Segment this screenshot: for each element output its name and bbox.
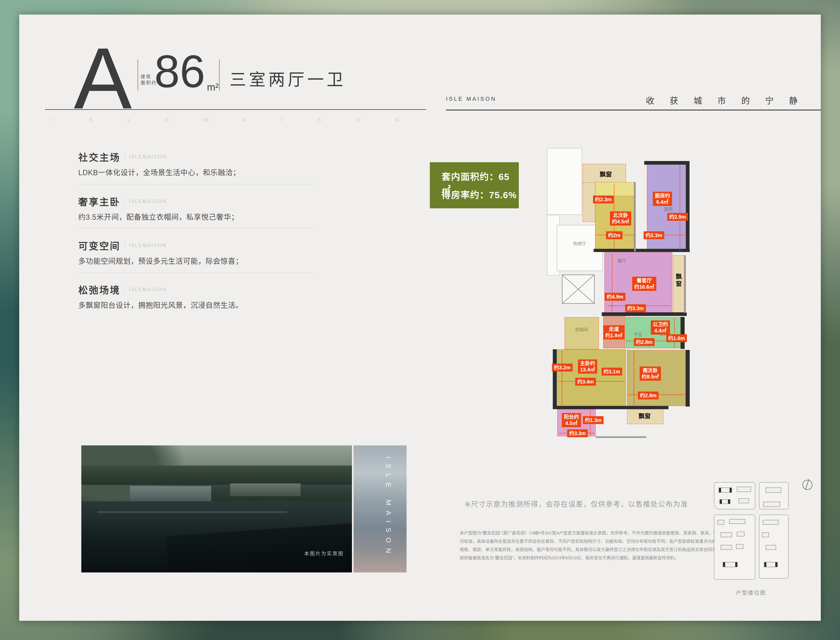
- feature-divider: [78, 272, 315, 273]
- dim-line: [680, 165, 680, 250]
- siteplan-parcel: [714, 482, 755, 509]
- dim-text: 约3.1m: [603, 368, 620, 375]
- room-label-master-bedroom: 主卧约13.4㎡: [578, 360, 597, 374]
- dim-text: 约2m: [608, 232, 620, 238]
- dim-label: 约3.1m: [602, 368, 622, 376]
- header-rule-right: [446, 110, 821, 110]
- dim-text: 走道: [605, 326, 622, 332]
- slogan-text: 收获城市的宁静: [646, 94, 813, 106]
- stat-efficiency: 得房率约：75.6%: [442, 188, 517, 201]
- window-mullion: [684, 255, 686, 313]
- dim-label: 约1.6m: [666, 334, 687, 342]
- room-text-kitchen: 厨房: [664, 205, 673, 212]
- dim-text: 约1.6m: [668, 335, 685, 341]
- wall-light: [596, 436, 646, 438]
- dim-text: 南次卧: [642, 367, 659, 374]
- siteplan-building-highlighted: [720, 499, 730, 504]
- area-value: 86: [154, 48, 205, 94]
- plan-type-letter: A: [74, 35, 130, 122]
- feature-brand-tag: ISLEMAISON: [125, 243, 166, 248]
- dim-text: 北次卧: [612, 212, 629, 218]
- siteplan-building: [766, 545, 776, 550]
- dim-line: [674, 318, 675, 348]
- dim-text: 约2.3m: [646, 232, 662, 238]
- siteplan-building: [763, 520, 779, 525]
- feature-title: 可变空间: [78, 238, 120, 252]
- dim-text: 约3.2m: [554, 365, 571, 371]
- wall: [594, 249, 690, 252]
- dim-text: 约3.4m: [577, 379, 594, 385]
- feature-brand-tag: ISLEMAISON: [125, 198, 166, 204]
- dim-label: 约3.3m: [625, 304, 646, 312]
- room-text-elevator-hall: 电梯厅: [573, 240, 586, 246]
- dim-text: 约3.3m: [627, 305, 644, 312]
- siteplan-caption: 户型楼位图: [721, 589, 781, 596]
- dim-line: [612, 254, 613, 311]
- area-prefix-line1: 建筑: [141, 74, 152, 79]
- header-rule-left: [45, 109, 426, 110]
- legal-line: 本户型图为“麓岛花园”（原广宸名邸）13幢9号301室A户型官方披露标准示意图，…: [460, 531, 739, 535]
- dim-line: [634, 351, 634, 405]
- siteplan-building: [763, 502, 780, 507]
- photo-planter: [230, 483, 301, 496]
- dim-label: 约2.8m: [634, 338, 654, 346]
- dim-label: 约3.2m: [552, 364, 573, 371]
- feature-title: 奢享主卧: [78, 194, 120, 208]
- divider-vertical-1: [138, 59, 138, 91]
- room-north-bedroom-head: [595, 182, 634, 196]
- wall: [602, 312, 687, 316]
- wall: [644, 161, 689, 165]
- siteplan-building: [721, 533, 732, 537]
- siteplan-building: [737, 531, 744, 536]
- elevator-shaft: [562, 275, 595, 304]
- photo-hedge: [81, 466, 352, 485]
- photo-water-glint: [98, 512, 287, 512]
- dim-text: 公卫约: [653, 321, 668, 328]
- wall: [686, 350, 690, 406]
- dim-text: 4.4㎡: [653, 328, 668, 334]
- dim-text: 约4.5㎡: [612, 218, 629, 225]
- feature-block-3-title-row: 可变空间 ISLEMAISON: [78, 238, 166, 252]
- brand-name: ISLE MAISON: [446, 96, 496, 102]
- siteplan-building: [762, 533, 769, 537]
- room-label-corridor: 走道约1.9㎡: [603, 325, 625, 339]
- wall: [686, 161, 690, 252]
- landscape-photo: 本图片为实景图: [81, 445, 352, 573]
- bay-window-label: 飘窗: [600, 169, 612, 178]
- glass-brand-vertical-text: ISLE MAISON: [384, 456, 392, 558]
- neighbor-outline: [547, 148, 582, 215]
- room-closet: [565, 317, 599, 349]
- room-text-dry-zone: 干区: [634, 331, 643, 338]
- dim-text: 13.4㎡: [580, 366, 595, 373]
- siteplan-building-highlighted: [723, 562, 738, 567]
- dim-text: 约2.8m: [636, 339, 653, 345]
- feature-brand-tag: ISLEMAISON: [125, 286, 166, 292]
- dim-label: 约1.3m: [583, 416, 603, 424]
- dim-text: 约1.9㎡: [605, 332, 622, 339]
- wall: [681, 317, 685, 349]
- feature-desc: 多飘窗阳台设计，拥抱阳光风景，沉浸自然生活。: [78, 299, 243, 310]
- room-label-balcony: 阳台约4.5㎡: [562, 413, 581, 427]
- dim-text: 厨房约: [655, 192, 670, 199]
- north-compass-icon: [802, 480, 813, 490]
- siteplan-building: [736, 544, 743, 549]
- dim-label: 约2.3m: [643, 231, 664, 239]
- photo-planter: [130, 486, 211, 501]
- bay-window-label: 飘窗: [638, 411, 651, 420]
- dim-text: 主卧约: [580, 360, 595, 366]
- dim-label: 约2.3m: [593, 195, 614, 203]
- layout-description: 三室两厅一卫: [230, 66, 346, 90]
- dim-label: 约2m: [606, 231, 622, 239]
- dim-text: 4.5㎡: [564, 420, 579, 426]
- dim-label: 约3.3m: [567, 429, 588, 437]
- dim-line: [562, 351, 562, 405]
- room-label-bathroom: 公卫约4.4㎡: [651, 320, 670, 334]
- dim-text: 阳台约: [564, 414, 579, 420]
- dim-text: 约16.6㎡: [634, 284, 654, 290]
- siteplan-building-highlighted: [764, 562, 778, 567]
- feature-brand-tag: ISLEMAISON: [125, 154, 166, 160]
- dim-label: 约2.8m: [638, 392, 659, 400]
- feature-block-4-title-row: 松弛场境 ISLEMAISON: [78, 282, 166, 296]
- feature-desc: LDKB一体化设计，全场景生活中心，和乐融洽；: [78, 167, 240, 177]
- dim-label: 约2.9m: [667, 213, 688, 221]
